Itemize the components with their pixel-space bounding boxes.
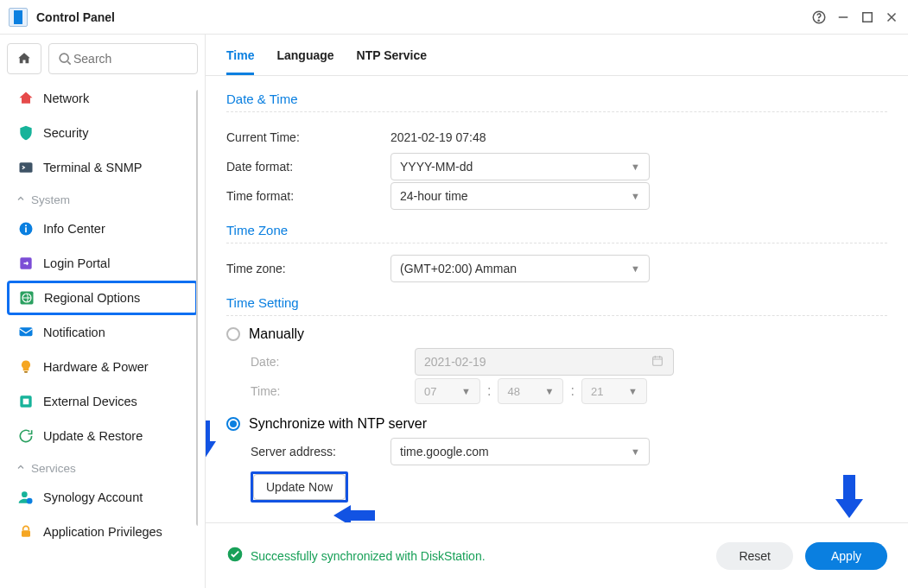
svg-point-4 <box>60 54 68 62</box>
sidebar-item-notification[interactable]: Notification <box>7 315 198 350</box>
search-input[interactable] <box>73 52 190 66</box>
sidebar-scrollbar[interactable] <box>196 90 198 526</box>
sidebar-group-label: Services <box>31 462 76 475</box>
manual-time-label: Time: <box>251 384 415 398</box>
radio-label: Manually <box>249 326 304 342</box>
sidebar-item-label: Terminal & SNMP <box>43 161 142 174</box>
select-value: 48 <box>507 385 519 398</box>
radio-ntp[interactable]: Synchronize with NTP server <box>226 416 887 432</box>
sidebar-item-label: Security <box>43 126 88 140</box>
sidebar-item-label: Network <box>43 92 89 105</box>
content: Time Language NTP Service Date & Time Cu… <box>206 35 908 588</box>
reset-button[interactable]: Reset <box>716 542 793 570</box>
sidebar-item-terminal[interactable]: Terminal & SNMP <box>7 150 198 185</box>
time-format-select[interactable]: 24-hour time ▼ <box>391 182 650 210</box>
lock-icon <box>17 523 35 541</box>
radio-label: Synchronize with NTP server <box>249 416 427 432</box>
globe-icon <box>18 289 35 307</box>
manual-date-field: 2021-02-19 <box>415 348 674 376</box>
svg-rect-13 <box>24 371 28 373</box>
success-icon <box>226 546 244 566</box>
bulb-icon <box>17 358 35 376</box>
select-value: YYYY-MM-dd <box>400 160 473 174</box>
chevron-up-icon <box>16 462 26 475</box>
tab-label: Language <box>276 48 333 62</box>
radio-icon <box>226 327 240 341</box>
svg-rect-12 <box>20 327 33 336</box>
annotation-arrow-icon <box>333 503 375 522</box>
chevron-down-icon: ▼ <box>631 446 640 457</box>
calendar-icon <box>651 354 664 370</box>
timezone-select[interactable]: (GMT+02:00) Amman ▼ <box>391 255 650 282</box>
select-value: time.google.com <box>400 445 489 458</box>
svg-rect-2 <box>839 16 848 18</box>
terminal-icon <box>17 159 35 176</box>
sidebar-item-label: Hardware & Power <box>43 360 149 374</box>
sidebar-item-security[interactable]: Security <box>7 116 198 150</box>
help-icon[interactable] <box>811 9 827 25</box>
minimize-icon[interactable] <box>835 9 851 25</box>
sidebar-item-label: Application Privileges <box>43 525 162 539</box>
svg-rect-19 <box>653 357 663 365</box>
info-icon <box>17 220 35 237</box>
footer: Successfully synchronized with DiskStati… <box>206 522 908 588</box>
tab-ntp[interactable]: NTP Service <box>357 48 427 75</box>
account-icon <box>17 489 35 506</box>
server-address-select[interactable]: time.google.com ▼ <box>391 438 650 465</box>
current-time-value: 2021-02-19 07:48 <box>391 130 486 144</box>
shield-icon <box>17 124 35 142</box>
apply-button[interactable]: Apply <box>805 542 887 570</box>
svg-rect-7 <box>25 227 27 232</box>
tab-language[interactable]: Language <box>276 48 333 75</box>
sidebar-item-label: Info Center <box>43 222 105 236</box>
select-value: 24-hour time <box>400 189 468 203</box>
refresh-icon <box>17 427 35 445</box>
current-time-label: Current Time: <box>226 130 391 144</box>
date-format-select[interactable]: YYYY-MM-dd ▼ <box>391 153 650 180</box>
annotation-arrow-icon <box>832 473 867 518</box>
update-now-button[interactable]: Update Now <box>253 474 346 500</box>
server-address-label: Server address: <box>251 445 391 458</box>
message-icon <box>17 324 35 341</box>
second-select: 21▼ <box>581 378 647 404</box>
maximize-icon[interactable] <box>860 9 875 25</box>
field-value: 2021-02-19 <box>424 355 486 369</box>
status-text: Successfully synchronized with DiskStati… <box>251 549 486 563</box>
timezone-label: Time zone: <box>226 262 391 275</box>
select-value: 21 <box>591 385 603 398</box>
sidebar-group-label: System <box>31 193 70 206</box>
sidebar-item-login-portal[interactable]: Login Portal <box>7 246 198 281</box>
sidebar-item-label: External Devices <box>43 395 137 408</box>
sidebar-group-services[interactable]: Services <box>7 453 198 480</box>
chevron-down-icon: ▼ <box>628 386 638 396</box>
home-button[interactable] <box>7 43 41 74</box>
hour-select: 07▼ <box>415 378 480 404</box>
sidebar-item-hardware-power[interactable]: Hardware & Power <box>7 350 198 384</box>
close-icon[interactable] <box>884 9 899 25</box>
sidebar-item-network[interactable]: Network <box>7 81 198 116</box>
sidebar-item-external-devices[interactable]: External Devices <box>7 384 198 419</box>
sidebar-item-synology-account[interactable]: Synology Account <box>7 480 198 515</box>
sidebar-group-system[interactable]: System <box>7 185 198 212</box>
select-value: 07 <box>424 385 436 398</box>
section-time-setting: Time Setting <box>226 283 887 316</box>
svg-point-8 <box>25 224 27 226</box>
sidebar-item-regional-options[interactable]: Regional Options <box>7 281 198 315</box>
chevron-down-icon: ▼ <box>631 191 640 201</box>
search-icon <box>56 50 73 67</box>
tab-time[interactable]: Time <box>226 48 254 75</box>
network-icon <box>17 90 35 107</box>
radio-manual[interactable]: Manually <box>226 326 887 342</box>
svg-rect-3 <box>863 12 873 22</box>
sidebar-item-update-restore[interactable]: Update & Restore <box>7 419 198 453</box>
search-input-wrap[interactable] <box>48 43 198 74</box>
sidebar-item-label: Login Portal <box>43 256 110 270</box>
chevron-down-icon: ▼ <box>631 161 640 172</box>
sidebar-item-app-privileges[interactable]: Application Privileges <box>7 515 198 549</box>
svg-rect-15 <box>23 399 29 405</box>
tab-label: Time <box>226 48 254 62</box>
sidebar-item-info-center[interactable]: Info Center <box>7 212 198 246</box>
annotation-arrow-icon <box>206 417 221 458</box>
section-date-time: Date & Time <box>226 79 887 112</box>
sidebar-item-label: Notification <box>43 326 105 339</box>
